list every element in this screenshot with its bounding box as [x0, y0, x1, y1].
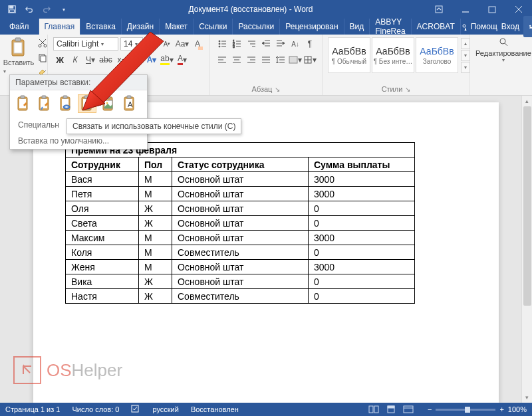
sign-in[interactable]: Вход: [501, 22, 519, 31]
tab-file[interactable]: Файл: [0, 19, 39, 35]
strike-button[interactable]: abc: [99, 53, 112, 66]
text-effects-icon[interactable]: A▾: [145, 53, 158, 66]
find-button[interactable]: [499, 37, 508, 47]
table-row[interactable]: ВасяМОсновной штат3000: [66, 172, 415, 187]
svg-point-14: [44, 45, 47, 47]
zoom-slider[interactable]: [436, 409, 495, 411]
tell-me[interactable]: Помощ: [461, 22, 497, 31]
highlight-button[interactable]: ab▾: [160, 53, 174, 66]
view-read-icon[interactable]: [366, 404, 381, 415]
status-proofing-icon[interactable]: [131, 405, 140, 414]
svg-rect-53: [289, 56, 297, 63]
shrink-font-icon[interactable]: A▾: [160, 37, 174, 51]
zoom-in-icon[interactable]: +: [499, 405, 503, 413]
clear-format-icon[interactable]: A: [191, 37, 204, 51]
bold-button[interactable]: Ж: [53, 53, 66, 66]
paste-link-source-icon[interactable]: [57, 94, 75, 113]
tab-design[interactable]: Дизайн: [122, 19, 160, 35]
paste-default-item[interactable]: Вставка по умолчанию...: [10, 133, 147, 149]
borders-icon[interactable]: ▾: [303, 53, 317, 66]
superscript-button[interactable]: x²: [130, 53, 143, 66]
scroll-up-icon[interactable]: ▴: [522, 96, 532, 106]
minimize-icon[interactable]: [452, 0, 479, 19]
numbering-icon[interactable]: 123: [230, 37, 243, 51]
subscript-button[interactable]: x₂: [114, 53, 128, 66]
tab-home[interactable]: Главная: [39, 19, 81, 35]
font-size-combo[interactable]: 14▾: [120, 37, 143, 51]
tab-acrobat[interactable]: ACROBAT: [412, 19, 461, 35]
styles-up-icon[interactable]: ▴: [461, 38, 470, 49]
style-heading1[interactable]: АаБбВвЗаголово: [416, 37, 458, 73]
qa-dropdown-icon[interactable]: ▾: [56, 2, 72, 17]
bullets-icon[interactable]: [215, 37, 229, 51]
scroll-thumb[interactable]: [523, 106, 531, 306]
styles-launcher-icon[interactable]: ↘: [405, 86, 410, 93]
copy-icon[interactable]: [36, 52, 49, 64]
ribbon-collapse-icon[interactable]: [426, 0, 452, 19]
font-name-combo[interactable]: Calibri Light▾: [53, 37, 118, 51]
vertical-scrollbar[interactable]: ▴ ▾: [521, 96, 532, 403]
table-row[interactable]: МаксимМОсновной штат3000: [66, 231, 415, 245]
style-normal[interactable]: АаБбВв¶ Обычный: [328, 37, 370, 73]
line-spacing-icon[interactable]: [274, 53, 287, 66]
zoom-value[interactable]: 100%: [508, 405, 527, 413]
status-words[interactable]: Число слов: 0: [72, 405, 119, 413]
view-print-icon[interactable]: [384, 404, 398, 415]
tab-review[interactable]: Рецензирован: [280, 19, 344, 35]
svg-rect-80: [127, 96, 131, 98]
save-icon[interactable]: [4, 2, 20, 17]
align-right-icon[interactable]: [245, 53, 258, 66]
align-left-icon[interactable]: [215, 53, 229, 66]
scroll-down-icon[interactable]: ▾: [522, 392, 532, 403]
redo-icon[interactable]: [39, 2, 55, 17]
paste-merge-icon[interactable]: [35, 94, 54, 113]
change-case-icon[interactable]: Aa▾: [176, 37, 189, 51]
zoom-out-icon[interactable]: −: [428, 405, 432, 413]
justify-icon[interactable]: [259, 53, 273, 66]
style-no-spacing[interactable]: АаБбВв¶ Без инте…: [372, 37, 414, 73]
font-color-button[interactable]: А▾: [176, 53, 189, 66]
indent-icon[interactable]: [274, 37, 287, 51]
tab-view[interactable]: Вид: [344, 19, 370, 35]
editing-label[interactable]: Редактирование: [475, 49, 531, 57]
pilcrow-icon[interactable]: ¶: [303, 37, 317, 51]
view-web-icon[interactable]: [401, 404, 416, 415]
table-row[interactable]: КоляМСовместитель0: [66, 245, 415, 260]
table-row[interactable]: СветаЖОсновной штат0: [66, 216, 415, 231]
italic-button[interactable]: К: [68, 53, 82, 66]
grow-font-icon[interactable]: A▴: [145, 37, 158, 51]
paste-picture-icon[interactable]: [99, 94, 118, 113]
table-row[interactable]: ПетяМОсновной штат3000: [66, 187, 415, 201]
paste-link-dest-icon[interactable]: [78, 94, 96, 113]
cut-icon[interactable]: [36, 37, 49, 49]
paste-text-only-icon[interactable]: A: [120, 94, 139, 113]
table-row[interactable]: ОляЖОсновной штат0: [66, 201, 415, 216]
shading-icon[interactable]: ▾: [289, 53, 302, 66]
paste-button[interactable]: Вставить▾: [5, 37, 32, 74]
styles-more-icon[interactable]: ▾: [461, 62, 470, 73]
undo-icon[interactable]: [21, 2, 37, 17]
table-row[interactable]: ЖеняМОсновной штат3000: [66, 260, 415, 274]
status-language[interactable]: русский: [152, 405, 178, 413]
svg-rect-16: [41, 56, 46, 62]
align-center-icon[interactable]: [230, 53, 243, 66]
underline-button[interactable]: Ч▾: [84, 53, 97, 66]
tab-insert[interactable]: Вставка: [80, 19, 122, 35]
tab-abbyy[interactable]: ABBYY FineRea: [370, 19, 411, 35]
data-table[interactable]: Премии на 23 февраля Сотрудник Пол Стату…: [65, 142, 415, 304]
table-row[interactable]: ВикаЖОсновной штат0: [66, 274, 415, 289]
sort-icon[interactable]: A↓: [289, 37, 302, 51]
styles-down-icon[interactable]: ▾: [461, 50, 470, 61]
tab-references[interactable]: Ссылки: [194, 19, 233, 35]
paste-keep-source-icon[interactable]: [14, 94, 33, 113]
multilevel-icon[interactable]: [245, 37, 258, 51]
table-row[interactable]: НастяЖСовместитель0: [66, 289, 415, 304]
tab-mailings[interactable]: Рассылки: [233, 19, 280, 35]
outdent-icon[interactable]: [259, 37, 273, 51]
status-page[interactable]: Страница 1 из 1: [5, 405, 60, 413]
maximize-icon[interactable]: [479, 0, 505, 19]
svg-rect-12: [14, 43, 22, 53]
paragraph-launcher-icon[interactable]: ↘: [275, 86, 280, 93]
svg-rect-60: [21, 96, 25, 98]
tab-layout[interactable]: Макет: [160, 19, 194, 35]
